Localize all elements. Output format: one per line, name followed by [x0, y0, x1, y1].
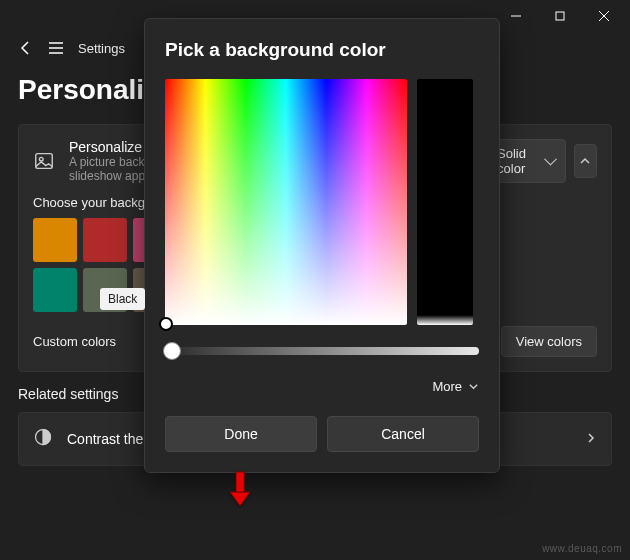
svg-rect-1 [556, 12, 564, 20]
color-picker-dialog: Pick a background color More Done Cancel [144, 18, 500, 473]
back-icon[interactable] [18, 40, 34, 56]
more-label: More [432, 379, 462, 394]
watermark: www.deuaq.com [542, 543, 622, 554]
svg-rect-7 [36, 154, 53, 169]
brightness-slider[interactable] [165, 347, 479, 355]
hue-saturation-field[interactable] [165, 79, 407, 325]
chevron-down-icon [468, 381, 479, 392]
menu-icon[interactable] [48, 40, 64, 56]
annotation-arrow [226, 470, 254, 512]
slider-knob[interactable] [163, 342, 181, 360]
done-button[interactable]: Done [165, 416, 317, 452]
svg-rect-10 [236, 472, 244, 492]
collapse-button[interactable] [574, 144, 597, 178]
color-swatch[interactable] [33, 268, 77, 312]
breadcrumb-settings[interactable]: Settings [78, 41, 125, 56]
minimize-button[interactable] [494, 0, 538, 32]
picture-icon [33, 150, 55, 172]
svg-point-8 [39, 157, 43, 161]
picker-handle[interactable] [159, 317, 173, 331]
value-bar[interactable] [417, 79, 473, 325]
custom-colors-label: Custom colors [33, 334, 116, 349]
cancel-button[interactable]: Cancel [327, 416, 479, 452]
maximize-button[interactable] [538, 0, 582, 32]
close-button[interactable] [582, 0, 626, 32]
chevron-right-icon [585, 430, 597, 448]
view-colors-button[interactable]: View colors [501, 326, 597, 357]
picker-title: Pick a background color [165, 39, 479, 61]
contrast-icon [33, 427, 53, 451]
color-swatch[interactable] [33, 218, 77, 262]
more-toggle[interactable]: More [165, 379, 479, 394]
tooltip-black: Black [100, 288, 145, 310]
color-swatch[interactable] [83, 218, 127, 262]
